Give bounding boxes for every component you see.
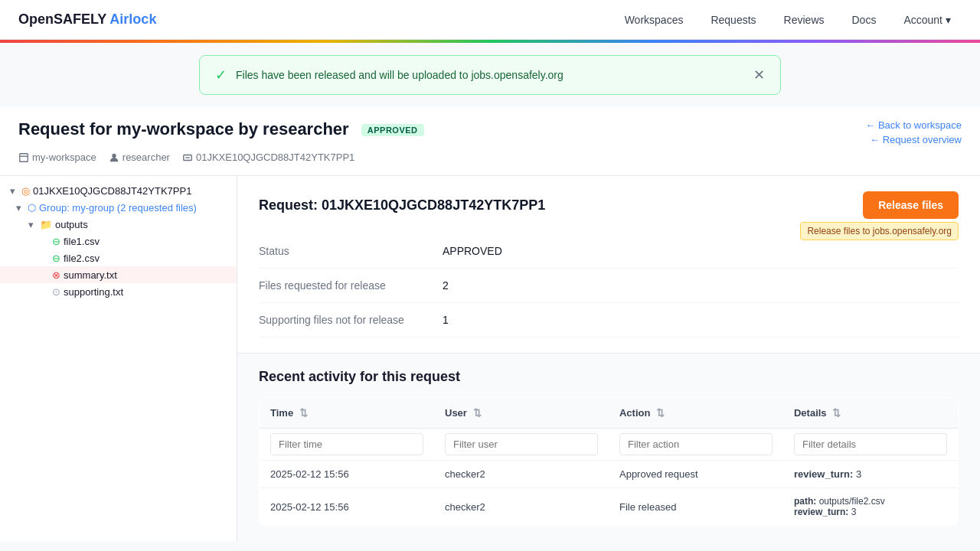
filter-user-input[interactable] xyxy=(445,433,598,455)
activity-table: Time ⇅ User ⇅ Action ⇅ Details xyxy=(259,397,959,526)
row2-action: File released xyxy=(609,488,783,526)
files-requested-label: Files requested for release xyxy=(259,269,443,303)
table-row: 2025-02-12 15:56 checker2 File released … xyxy=(260,488,959,526)
sort-time-icon[interactable]: ⇅ xyxy=(299,407,308,419)
files-requested-value: 2 xyxy=(443,269,959,303)
activity-section: Recent activity for this request Time ⇅ … xyxy=(237,354,980,541)
table-row: 2025-02-12 15:56 checker2 Approved reque… xyxy=(260,461,959,488)
breadcrumb: my-workspace researcher 01JKXE10QJGCD88J… xyxy=(18,152,962,163)
row1-action: Approved request xyxy=(609,461,783,488)
tree-group[interactable]: ▾ ⬡ Group: my-group (2 requested files) xyxy=(0,199,237,216)
tree-folder-collapse-icon: ▾ xyxy=(24,218,37,230)
request-icon: ◎ xyxy=(21,185,30,197)
request-overview-link[interactable]: ← Request overview xyxy=(870,134,962,145)
nav-workspaces[interactable]: Workspaces xyxy=(614,8,694,32)
filter-details-input[interactable] xyxy=(794,433,947,455)
file-approved-icon-2: ⊖ xyxy=(52,253,60,264)
row1-user: checker2 xyxy=(434,461,609,488)
file-neutral-icon: ⊙ xyxy=(52,286,60,298)
nav-requests[interactable]: Requests xyxy=(700,8,766,32)
tree-group-collapse-icon: ▾ xyxy=(12,201,24,214)
supporting-files-value: 1 xyxy=(443,303,959,337)
brand-open: OpenSAFELY xyxy=(18,11,106,27)
nav-links: Workspaces Requests Reviews Docs Account… xyxy=(614,8,962,32)
nav-docs[interactable]: Docs xyxy=(841,8,887,32)
filter-row xyxy=(260,429,959,461)
sidebar: ▾ ◎ 01JKXE10QJGCD88JT42YTK7PP1 ▾ ⬡ Group… xyxy=(0,176,237,541)
id-icon xyxy=(182,152,193,163)
supporting-files-label: Supporting files not for release xyxy=(259,303,443,337)
row2-details: path: outputs/file2.csv review_turn: 3 xyxy=(783,488,959,526)
group-label[interactable]: Group: my-group (2 requested files) xyxy=(39,202,197,214)
tree-file-file2csv[interactable]: ⊖ file2.csv xyxy=(0,249,237,266)
folder-icon: 📁 xyxy=(40,219,52,230)
alert-banner: ✓ Files have been released and will be u… xyxy=(199,55,781,95)
filter-action-input[interactable] xyxy=(619,433,773,455)
tree-file-supportingtxt[interactable]: ⊙ supporting.txt xyxy=(0,283,237,300)
row2-time: 2025-02-12 15:56 xyxy=(260,488,435,526)
navbar: OpenSAFELY Airlock Workspaces Requests R… xyxy=(0,0,980,40)
user-icon xyxy=(109,152,119,163)
group-icon: ⬡ xyxy=(28,202,36,214)
back-to-workspace-link[interactable]: ← Back to workspace xyxy=(865,119,962,131)
col-action: Action ⇅ xyxy=(609,398,783,429)
col-time: Time ⇅ xyxy=(260,398,435,429)
status-label: Status xyxy=(259,234,443,269)
tree-file-file1csv[interactable]: ⊖ file1.csv xyxy=(0,233,237,249)
tree-collapse-icon: ▾ xyxy=(6,184,18,197)
sort-user-icon[interactable]: ⇅ xyxy=(473,407,482,419)
sort-details-icon[interactable]: ⇅ xyxy=(832,407,841,419)
nav-reviews[interactable]: Reviews xyxy=(773,8,835,32)
alert-message: Files have been released and will be upl… xyxy=(236,69,564,81)
success-icon: ✓ xyxy=(215,67,227,83)
sort-action-icon[interactable]: ⇅ xyxy=(656,407,665,419)
col-user: User ⇅ xyxy=(434,398,609,429)
tree-root[interactable]: ▾ ◎ 01JKXE10QJGCD88JT42YTK7PP1 xyxy=(0,182,237,199)
release-files-button[interactable]: Release files xyxy=(863,191,959,219)
request-info-section: Request: 01JKXE10QJGCD88JT42YTK7PP1 Rele… xyxy=(237,176,980,354)
file-rejected-icon: ⊗ xyxy=(52,269,60,281)
row1-time: 2025-02-12 15:56 xyxy=(260,461,435,488)
col-details: Details ⇅ xyxy=(783,398,959,429)
row2-user: checker2 xyxy=(434,488,609,526)
svg-rect-0 xyxy=(20,153,28,161)
alert-close-button[interactable]: ✕ xyxy=(753,67,765,83)
activity-heading: Recent activity for this request xyxy=(259,369,959,385)
brand-airlock: Airlock xyxy=(106,11,156,27)
row1-details: review_turn: 3 xyxy=(783,461,959,488)
content-area: ▾ ◎ 01JKXE10QJGCD88JT42YTK7PP1 ▾ ⬡ Group… xyxy=(0,176,980,541)
file-approved-icon: ⊖ xyxy=(52,236,60,247)
request-id-heading: Request: 01JKXE10QJGCD88JT42YTK7PP1 xyxy=(259,197,545,214)
account-dropdown[interactable]: Account ▾ xyxy=(893,8,962,32)
filter-time-input[interactable] xyxy=(270,433,423,455)
workspace-icon xyxy=(18,152,29,163)
status-table: Status APPROVED Files requested for rele… xyxy=(259,234,959,337)
rainbow-bar xyxy=(0,40,980,43)
svg-point-2 xyxy=(112,153,116,157)
page-header: Request for my-workspace by researcher A… xyxy=(0,107,980,176)
brand-logo: OpenSAFELY Airlock xyxy=(18,11,156,28)
tree-file-summarytxt[interactable]: ⊗ summary.txt xyxy=(0,266,237,283)
page-title: Request for my-workspace by researcher A… xyxy=(18,119,424,139)
status-badge: APPROVED xyxy=(361,124,424,136)
tree-outputs-folder[interactable]: ▾ 📁 outputs xyxy=(0,216,237,233)
release-tooltip: Release files to jobs.opensafely.org xyxy=(800,222,959,240)
main-content: Request: 01JKXE10QJGCD88JT42YTK7PP1 Rele… xyxy=(237,176,980,541)
